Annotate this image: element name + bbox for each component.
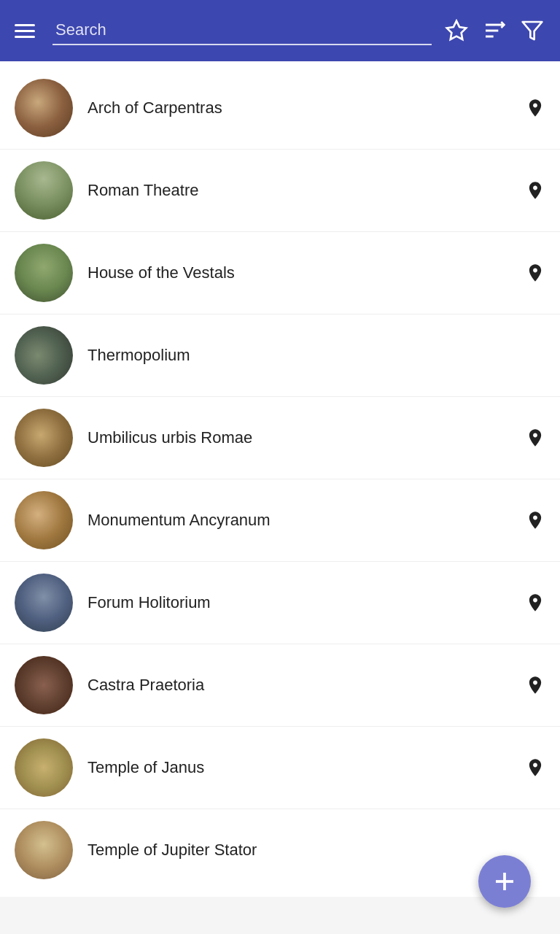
app-header <box>0 0 560 61</box>
hamburger-icon <box>15 24 41 38</box>
item-avatar <box>15 161 73 220</box>
item-name: Arch of Carpentras <box>88 99 525 117</box>
item-avatar <box>15 326 73 385</box>
item-avatar <box>15 821 73 879</box>
svg-marker-0 <box>447 21 467 39</box>
item-name: Monumentum Ancyranum <box>88 511 525 530</box>
list-item[interactable]: Temple of Jupiter Stator <box>0 809 560 891</box>
list-item[interactable]: Forum Holitorium <box>0 562 560 644</box>
list-item[interactable]: House of the Vestals <box>0 232 560 314</box>
list-item[interactable]: Arch of Carpentras <box>0 67 560 150</box>
item-avatar <box>15 244 73 302</box>
list-item[interactable]: Thermopolium <box>0 314 560 397</box>
item-name: House of the Vestals <box>88 263 525 282</box>
star-icon <box>445 19 468 42</box>
filter-button[interactable] <box>516 15 548 47</box>
list-item[interactable]: Monumentum Ancyranum <box>0 479 560 562</box>
item-name: Thermopolium <box>88 346 525 365</box>
filter-icon <box>521 19 544 42</box>
favorites-button[interactable] <box>440 15 472 47</box>
list-item[interactable]: Castra Praetoria <box>0 644 560 727</box>
location-icon[interactable] <box>525 593 545 613</box>
item-avatar <box>15 738 73 797</box>
places-list: Arch of Carpentras Roman Theatre House o… <box>0 61 560 897</box>
item-name: Temple of Jupiter Stator <box>88 841 525 860</box>
menu-button[interactable] <box>12 15 44 47</box>
location-icon[interactable] <box>525 428 545 448</box>
search-input[interactable] <box>52 16 432 45</box>
sort-icon <box>483 19 506 42</box>
item-name: Roman Theatre <box>88 181 525 200</box>
add-button[interactable] <box>478 855 531 908</box>
list-item[interactable]: Umbilicus urbis Romae <box>0 397 560 479</box>
item-name: Castra Praetoria <box>88 676 525 695</box>
location-icon[interactable] <box>525 98 545 118</box>
item-avatar <box>15 656 73 714</box>
location-icon[interactable] <box>525 675 545 695</box>
location-icon[interactable] <box>525 263 545 283</box>
list-item[interactable]: Roman Theatre <box>0 150 560 232</box>
item-name: Temple of Janus <box>88 758 525 777</box>
item-avatar <box>15 79 73 137</box>
location-icon[interactable] <box>525 510 545 530</box>
location-icon[interactable] <box>525 180 545 201</box>
item-avatar <box>15 491 73 549</box>
location-icon[interactable] <box>525 757 545 778</box>
item-name: Umbilicus urbis Romae <box>88 428 525 447</box>
item-avatar <box>15 409 73 467</box>
sort-button[interactable] <box>478 15 510 47</box>
item-avatar <box>15 574 73 632</box>
item-name: Forum Holitorium <box>88 593 525 612</box>
header-actions <box>440 15 548 47</box>
plus-icon <box>491 868 518 895</box>
list-item[interactable]: Temple of Janus <box>0 727 560 809</box>
svg-marker-4 <box>523 22 542 39</box>
